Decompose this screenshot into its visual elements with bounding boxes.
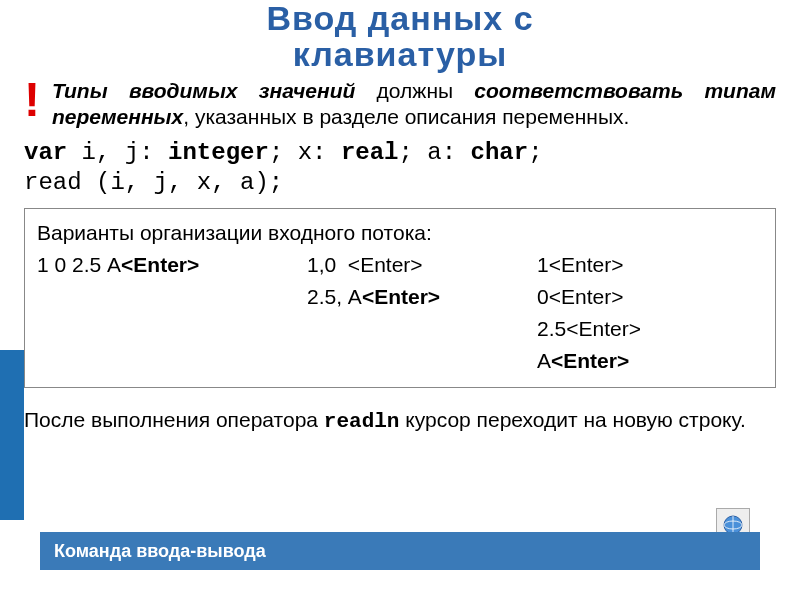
note-t2: должны — [355, 79, 474, 102]
streams-row: 1 0 2.5 А<Enter> 1,0 <Enter> 2.5, А<Ente… — [37, 249, 763, 377]
decorative-stripe — [0, 350, 24, 520]
stream-col2: 1,0 <Enter> 2.5, А<Enter> — [307, 249, 537, 377]
footer-bar: Команда ввода-вывода — [40, 532, 760, 570]
note-em1: Типы вводимых значений — [52, 79, 355, 102]
slide-title: Ввод данных с клавиатуры — [24, 0, 776, 72]
kw-real: real — [341, 139, 399, 166]
title-line2: клавиатуры — [293, 35, 507, 73]
note-block: ! Типы вводимых значений должны соответс… — [24, 78, 776, 130]
stream-item: 1<Enter> — [537, 249, 641, 281]
stream-item: 1 0 2.5 А<Enter> — [37, 249, 307, 281]
after-p1: После выполнения оператора — [24, 408, 324, 431]
code-s2: ; a: — [399, 139, 471, 166]
kw-var: var — [24, 139, 67, 166]
code-s1: ; x: — [269, 139, 341, 166]
note-text: Типы вводимых значений должны соответств… — [52, 78, 776, 130]
code-ij: i, j: — [67, 139, 168, 166]
after-mono: readln — [324, 410, 400, 433]
title-line1: Ввод данных с — [266, 0, 533, 37]
code-s3: ; — [528, 139, 542, 166]
note-t4: , указанных в разделе описания переменны… — [183, 105, 629, 128]
stream-item: 2.5, А<Enter> — [307, 281, 537, 313]
after-p2: курсор переходит на новую строку. — [399, 408, 745, 431]
stream-col1: 1 0 2.5 А<Enter> — [37, 249, 307, 377]
stream-item: А<Enter> — [537, 345, 641, 377]
stream-col3: 1<Enter> 0<Enter> 2.5<Enter> А<Enter> — [537, 249, 641, 377]
kw-integer: integer — [168, 139, 269, 166]
exclamation-icon: ! — [24, 78, 52, 122]
box-title: Варианты организации входного потока: — [37, 217, 763, 249]
stream-item: 1,0 <Enter> — [307, 249, 537, 281]
code-declaration: var i, j: integer; x: real; a: char; rea… — [24, 138, 776, 198]
stream-item: 0<Enter> — [537, 281, 641, 313]
footer-text: Команда ввода-вывода — [54, 541, 266, 562]
code-read: read (i, j, x, a); — [24, 169, 283, 196]
after-text: После выполнения оператора readln курсор… — [24, 406, 776, 436]
kw-char: char — [471, 139, 529, 166]
stream-item: 2.5<Enter> — [537, 313, 641, 345]
input-stream-box: Варианты организации входного потока: 1 … — [24, 208, 776, 388]
